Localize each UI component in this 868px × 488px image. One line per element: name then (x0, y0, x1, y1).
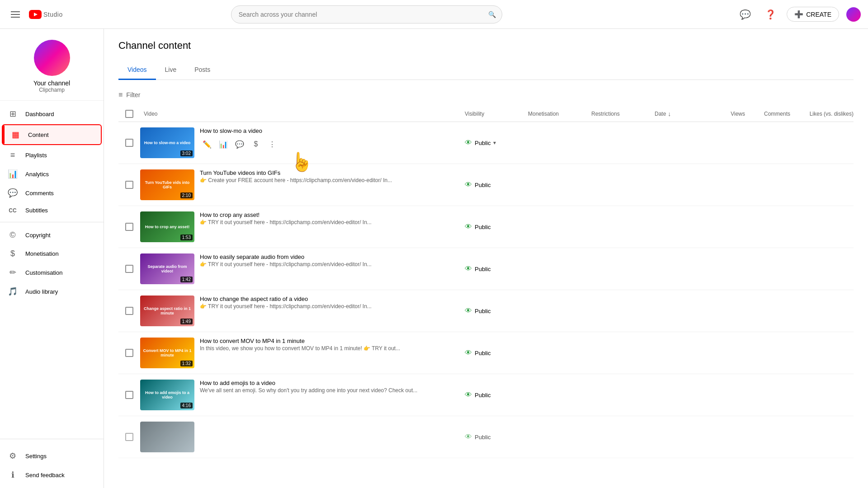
monetisation-icon: $ (7, 249, 18, 258)
sidebar-item-label: Subtitles (25, 207, 48, 214)
video-info-6: How to convert MOV to MP4 in 1 minute In… (200, 338, 465, 352)
page-title: Channel content (118, 40, 854, 52)
video-row-1: How to slow-mo a video 3:02 How to slow-… (118, 122, 854, 164)
public-text: Public (475, 224, 491, 230)
video-info-2: Turn YouTube videos into GIFs 👉 Create y… (200, 169, 465, 183)
sidebar-item-monetisation[interactable]: $ Monetisation (0, 244, 104, 263)
duration-6: 1:32 (180, 361, 193, 366)
row7-checkbox[interactable] (125, 391, 133, 399)
sidebar-item-label: Send feedback (25, 472, 65, 479)
thumbnail-2: Turn YouTube vids into GIFs 2:10 (140, 169, 194, 200)
channel-avatar[interactable] (34, 40, 70, 76)
video-row-6: Convert MOV to MP4 in 1 minute 1:32 How … (118, 332, 854, 374)
row7-check[interactable] (118, 391, 140, 399)
video-title-3: How to crop any asset! (200, 211, 465, 218)
header-date[interactable]: Date ↓ (655, 110, 709, 117)
row2-check[interactable] (118, 181, 140, 189)
video-info-4: How to easily separate audio from video … (200, 253, 465, 267)
row1-check[interactable] (118, 139, 140, 147)
main-inner: Channel content Videos Live Posts ≡ Filt… (104, 29, 868, 469)
video-title-1: How to slow-mo a video (200, 127, 465, 134)
comments-button-1[interactable]: 💬 (232, 137, 247, 151)
duration-2: 2:10 (180, 192, 193, 198)
visibility-2: 👁 Public (465, 181, 528, 189)
video-desc-2: 👉 Create your FREE account here - https:… (200, 177, 465, 183)
sidebar-item-customisation[interactable]: ✏ Customisation (0, 263, 104, 282)
public-text: Public (475, 140, 491, 146)
public-dot: 👁 (465, 391, 472, 399)
row5-checkbox[interactable] (125, 307, 133, 315)
dropdown-icon: ▾ (493, 140, 496, 146)
search-input[interactable] (231, 5, 502, 23)
help-icon-button[interactable]: ❓ (761, 5, 779, 23)
sidebar-item-label: Dashboard (25, 111, 54, 117)
sidebar-item-label: Audio library (25, 288, 58, 295)
more-button-1[interactable]: ⋮ (265, 137, 279, 151)
public-text: Public (475, 266, 491, 272)
topbar-left: Studio (7, 8, 111, 21)
sidebar-item-analytics[interactable]: 📊 Analytics (0, 164, 104, 183)
sidebar-item-send-feedback[interactable]: ℹ Send feedback (0, 465, 104, 484)
filter-label: Filter (126, 91, 140, 99)
header-check[interactable] (118, 110, 140, 118)
sidebar-item-label: Settings (25, 453, 47, 460)
sidebar-item-label: Copyright (25, 232, 51, 239)
row1-checkbox[interactable] (125, 139, 133, 147)
sidebar-item-copyright[interactable]: © Copyright (0, 226, 104, 244)
tab-videos[interactable]: Videos (118, 61, 156, 80)
duration-7: 4:16 (180, 403, 193, 408)
settings-icon: ⚙ (7, 451, 18, 461)
sidebar-item-subtitles[interactable]: CC Subtitles (0, 202, 104, 218)
youtube-studio-logo[interactable]: Studio (29, 10, 63, 19)
video-title-2: Turn YouTube videos into GIFs (200, 169, 465, 176)
menu-icon[interactable] (7, 8, 24, 21)
video-desc-6: In this video, we show you how to conver… (200, 345, 465, 352)
video-row-4: Separate audio from video! 1:42 How to e… (118, 248, 854, 290)
sidebar-item-label: Monetisation (25, 250, 59, 257)
duration-3: 1:53 (180, 235, 193, 240)
public-text: Public (475, 308, 491, 314)
public-dot: 👁 (465, 181, 472, 189)
row4-check[interactable] (118, 265, 140, 273)
row6-checkbox[interactable] (125, 349, 133, 357)
user-avatar[interactable] (846, 7, 861, 22)
analytics-button-1[interactable]: 📊 (216, 137, 231, 151)
comments-icon-button[interactable]: 💬 (736, 5, 754, 23)
header-visibility: Visibility (465, 111, 528, 117)
sidebar-item-label: Playlists (25, 152, 47, 159)
sidebar-item-settings[interactable]: ⚙ Settings (0, 446, 104, 465)
sort-icon: ↓ (668, 110, 671, 117)
select-all-checkbox[interactable] (125, 110, 133, 118)
row2-checkbox[interactable] (125, 181, 133, 189)
row4-checkbox[interactable] (125, 265, 133, 273)
video-row-3: How to crop any asset! 1:53 How to crop … (118, 206, 854, 248)
tab-live[interactable]: Live (156, 61, 186, 80)
monetise-button-1[interactable]: $ (249, 137, 263, 151)
row3-check[interactable] (118, 223, 140, 231)
sidebar-item-audio-library[interactable]: 🎵 Audio library (0, 282, 104, 301)
thumbnail-8 (140, 422, 194, 452)
visibility-3: 👁 Public (465, 223, 528, 231)
row8-check[interactable] (118, 433, 140, 441)
video-desc-3: 👉 TRY it out yourself here - https://cli… (200, 219, 465, 225)
sidebar-item-playlists[interactable]: ≡ Playlists (0, 146, 104, 164)
tab-posts[interactable]: Posts (185, 61, 219, 80)
create-button[interactable]: ➕ CREATE (787, 7, 839, 22)
copyright-icon: © (7, 230, 18, 240)
row3-checkbox[interactable] (125, 223, 133, 231)
row5-check[interactable] (118, 307, 140, 315)
video-row-5: Change aspect ratio in 1 minute 1:49 How… (118, 290, 854, 332)
sidebar-item-comments[interactable]: 💬 Comments (0, 183, 104, 202)
public-dot: 👁 (465, 265, 472, 273)
row6-check[interactable] (118, 349, 140, 357)
sidebar-item-content[interactable]: ▦ Content (2, 124, 102, 145)
topbar-right: 💬 ❓ ➕ CREATE (736, 5, 861, 23)
visibility-1: 👁 Public ▾ (465, 139, 528, 147)
channel-handle: Clipchamp (39, 87, 65, 93)
sidebar-item-dashboard[interactable]: ⊞ Dashboard (0, 104, 104, 123)
video-title-5: How to change the aspect ratio of a vide… (200, 296, 465, 302)
video-row-8: 👁 Public (118, 416, 854, 458)
video-info-5: How to change the aspect ratio of a vide… (200, 296, 465, 310)
edit-button-1[interactable]: ✏️ (200, 137, 214, 151)
row8-checkbox[interactable] (125, 433, 133, 441)
